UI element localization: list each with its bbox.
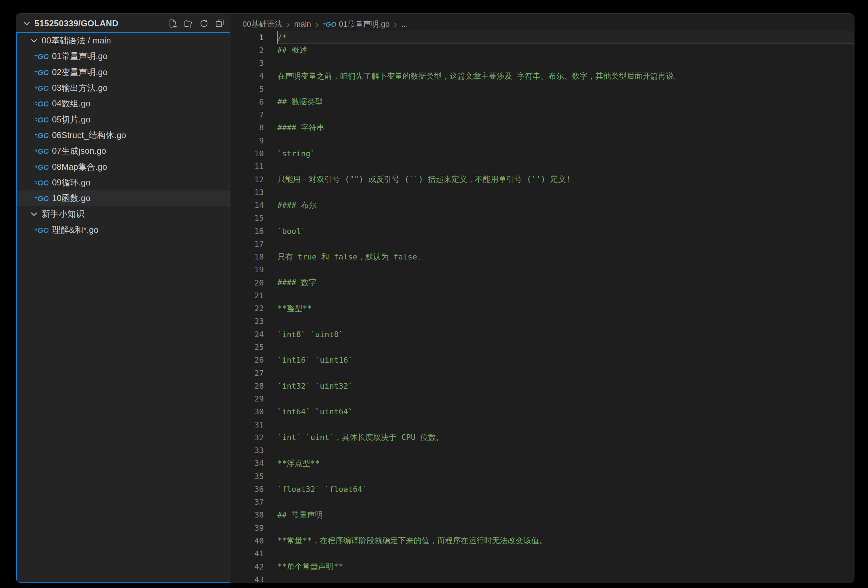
breadcrumb-separator-icon: › xyxy=(286,21,290,28)
line-number: 25 xyxy=(230,343,264,352)
indent-guide xyxy=(31,175,31,190)
svg-text:GO: GO xyxy=(38,226,49,234)
line-number: 12 xyxy=(230,175,264,184)
new-folder-button[interactable] xyxy=(183,19,193,28)
tree-file[interactable]: GO03输出方法.go xyxy=(17,80,230,96)
code-line[interactable]: 26`int16` `uint16` xyxy=(230,354,854,367)
code-line[interactable]: 32`int` `uint`，具体长度取决于 CPU 位数。 xyxy=(230,431,854,444)
indent-guide xyxy=(31,159,31,174)
code-line[interactable]: 20#### 数字 xyxy=(230,276,854,289)
line-number: 11 xyxy=(230,162,264,171)
go-file-icon: GO xyxy=(34,68,49,77)
line-number: 19 xyxy=(230,265,264,274)
indent-guide xyxy=(31,190,31,206)
line-number: 6 xyxy=(230,97,264,106)
go-file-icon: GO xyxy=(34,194,49,203)
svg-text:GO: GO xyxy=(38,163,49,171)
line-number: 30 xyxy=(230,407,264,416)
tree-file[interactable]: GO07生成json.go xyxy=(17,143,230,159)
code-line[interactable]: 38## 常量声明 xyxy=(230,508,854,522)
refresh-explorer-button[interactable] xyxy=(199,19,209,28)
code-line[interactable]: 21 xyxy=(230,289,854,302)
code-line[interactable]: 42**单个常量声明** xyxy=(230,560,854,573)
breadcrumb-item[interactable]: main xyxy=(294,19,311,29)
svg-text:GO: GO xyxy=(38,100,49,108)
line-number: 9 xyxy=(230,136,264,145)
file-label: 02变量声明.go xyxy=(52,66,108,78)
line-text: 在声明变量之前，咱们先了解下变量的数据类型，这篇文章主要涉及 字符串、布尔、数字… xyxy=(264,71,682,81)
code-area[interactable]: 1/*2## 概述34在声明变量之前，咱们先了解下变量的数据类型，这篇文章主要涉… xyxy=(230,31,854,583)
collapse-folders-button[interactable] xyxy=(215,19,224,28)
breadcrumb-item[interactable]: ... xyxy=(401,19,407,29)
line-number: 33 xyxy=(230,446,264,455)
line-number: 8 xyxy=(230,123,264,132)
code-line[interactable]: 17 xyxy=(230,237,854,250)
code-line[interactable]: 15 xyxy=(230,212,854,225)
code-line[interactable]: 27 xyxy=(230,367,854,379)
code-line[interactable]: 16`bool` xyxy=(230,225,854,237)
tree-file[interactable]: GO09循环.go xyxy=(17,175,230,190)
code-line[interactable]: 1/* xyxy=(230,31,854,44)
breadcrumb-label: main xyxy=(294,19,311,29)
breadcrumb-item[interactable]: 00基础语法 xyxy=(242,19,282,29)
code-line[interactable]: 12只能用一对双引号 ("") 或反引号 (``) 括起来定义，不能用单引号 (… xyxy=(230,173,854,186)
go-file-icon: GO xyxy=(34,83,49,93)
line-text: ## 概述 xyxy=(264,45,307,56)
code-line[interactable]: 3 xyxy=(230,57,854,70)
tree-folder[interactable]: 新手小知识 xyxy=(17,206,230,222)
svg-text:GO: GO xyxy=(326,21,336,28)
code-line[interactable]: 30`int64` `uint64` xyxy=(230,405,854,418)
tree-file[interactable]: GO04数组.go xyxy=(17,96,230,111)
code-line[interactable]: 8#### 字符串 xyxy=(230,121,854,134)
tree-file[interactable]: GO06Struct_结构体.go xyxy=(17,127,230,143)
code-line[interactable]: 18只有 true 和 false，默认为 false。 xyxy=(230,251,854,264)
code-line[interactable]: 14#### 布尔 xyxy=(230,199,854,211)
code-line[interactable]: 4在声明变量之前，咱们先了解下变量的数据类型，这篇文章主要涉及 字符串、布尔、数… xyxy=(230,70,854,83)
tree-file[interactable]: GO01常量声明.go xyxy=(17,49,230,64)
file-tree: 00基础语法 / mainGO01常量声明.goGO02变量声明.goGO03输… xyxy=(16,32,230,583)
line-text: **整型** xyxy=(264,303,312,314)
code-line[interactable]: 39 xyxy=(230,522,854,534)
code-line[interactable]: 43 xyxy=(230,573,854,583)
tree-folder[interactable]: 00基础语法 / main xyxy=(17,33,230,49)
code-line[interactable]: 35 xyxy=(230,470,854,483)
tree-file[interactable]: GO02变量声明.go xyxy=(17,65,230,80)
code-line[interactable]: 25 xyxy=(230,340,854,354)
code-line[interactable]: 41 xyxy=(230,547,854,560)
tree-file[interactable]: GO10函数.go xyxy=(17,190,230,206)
tree-file[interactable]: GO05切片.go xyxy=(17,111,230,127)
go-file-icon: GO xyxy=(34,131,49,140)
go-file-icon: GO xyxy=(34,178,49,187)
code-line[interactable]: 23 xyxy=(230,315,854,328)
line-number: 7 xyxy=(230,111,264,119)
code-line[interactable]: 10`string` xyxy=(230,147,854,160)
line-text: 只能用一对双引号 ("") 或反引号 (``) 括起来定义，不能用单引号 (''… xyxy=(264,174,571,185)
code-line[interactable]: 2## 概述 xyxy=(230,44,854,57)
go-file-icon: GO xyxy=(34,115,49,124)
code-line[interactable]: 5 xyxy=(230,83,854,96)
code-line[interactable]: 36`float32` `float64` xyxy=(230,483,854,495)
code-line[interactable]: 22**整型** xyxy=(230,302,854,315)
code-line[interactable]: 29 xyxy=(230,392,854,405)
explorer-section-header[interactable]: 515250339/GOLAND xyxy=(16,13,230,32)
code-line[interactable]: 11 xyxy=(230,160,854,173)
code-line[interactable]: 13 xyxy=(230,186,854,199)
breadcrumb-item[interactable]: GO01常量声明.go xyxy=(323,19,390,29)
code-line[interactable]: 40**常量**，在程序编译阶段就确定下来的值，而程序在运行时无法改变该值。 xyxy=(230,534,854,547)
new-file-button[interactable] xyxy=(168,19,178,28)
code-line[interactable]: 9 xyxy=(230,134,854,147)
code-line[interactable]: 28`int32` `uint32` xyxy=(230,379,854,392)
code-line[interactable]: 7 xyxy=(230,109,854,121)
file-label: 理解&和*.go xyxy=(52,224,99,236)
code-line[interactable]: 31 xyxy=(230,418,854,431)
go-file-icon: GO xyxy=(34,178,49,187)
go-file-icon: GO xyxy=(34,99,49,108)
code-line[interactable]: 6## 数据类型 xyxy=(230,96,854,108)
tree-file[interactable]: GO理解&和*.go xyxy=(17,222,230,238)
code-line[interactable]: 19 xyxy=(230,264,854,276)
code-line[interactable]: 33 xyxy=(230,444,854,457)
code-line[interactable]: 37 xyxy=(230,496,854,508)
code-line[interactable]: 24`int8` `uint8` xyxy=(230,328,854,340)
tree-file[interactable]: GO08Map集合.go xyxy=(17,159,230,174)
code-line[interactable]: 34**浮点型** xyxy=(230,457,854,470)
